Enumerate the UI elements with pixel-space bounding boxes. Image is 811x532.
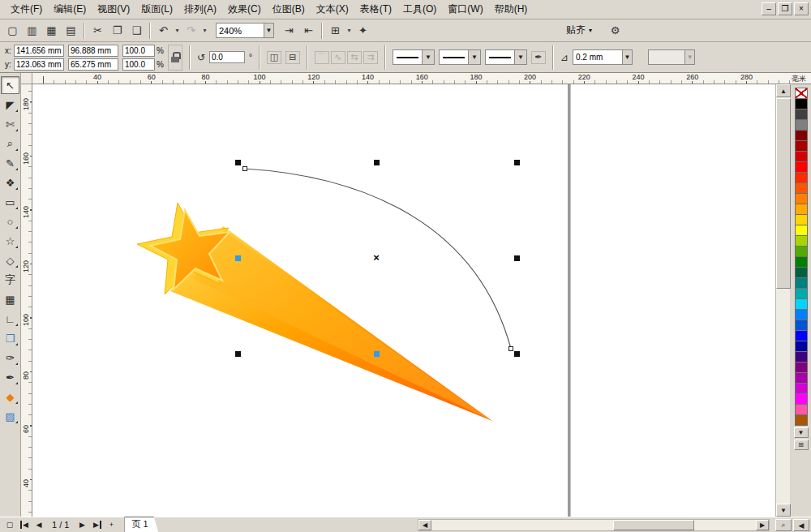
zoom-level-combo[interactable]: ▼ — [216, 23, 274, 38]
color-swatch[interactable] — [795, 320, 808, 331]
crop-tool[interactable]: ✄ — [1, 115, 19, 133]
polygon-tool[interactable]: ☆ — [1, 232, 19, 250]
horizontal-scrollbar[interactable]: ◀ ▶ — [418, 519, 770, 531]
paste-button[interactable]: ❑ — [127, 22, 146, 40]
drawing-canvas[interactable]: × — [32, 84, 775, 517]
outline-style-combo[interactable]: ▼ — [439, 49, 481, 65]
eyedropper-tool[interactable]: ✑ — [1, 349, 19, 367]
lock-ratio-button[interactable] — [168, 45, 182, 71]
x-position-field[interactable] — [14, 45, 64, 57]
color-swatch[interactable] — [795, 193, 808, 204]
color-swatch[interactable] — [795, 235, 808, 247]
open-document-button[interactable]: ▥ — [23, 22, 41, 40]
smart-fill-tool[interactable]: ❖ — [1, 174, 19, 191]
color-swatch[interactable] — [795, 277, 808, 289]
color-swatch[interactable] — [795, 109, 808, 120]
menu-item[interactable]: 窗口(W) — [442, 0, 488, 19]
cut-button[interactable]: ✂ — [88, 22, 107, 40]
rotation-angle-field[interactable] — [209, 51, 245, 63]
convert-to-curve-button[interactable]: ⌒ — [315, 51, 329, 64]
color-swatch[interactable] — [795, 151, 808, 162]
color-swatch[interactable] — [795, 309, 808, 320]
node-handle[interactable] — [235, 255, 241, 261]
mirror-horizontal-button[interactable]: ◫ — [267, 51, 281, 64]
scroll-right-button[interactable]: ▶ — [756, 520, 769, 530]
color-swatch[interactable] — [795, 393, 808, 405]
undo-button[interactable]: ↶ — [154, 22, 173, 40]
zoom-level-input[interactable] — [217, 24, 264, 37]
menu-item[interactable]: 排列(A) — [178, 0, 222, 19]
outline-width-combo[interactable]: ▼ — [573, 49, 633, 65]
color-swatch[interactable] — [795, 288, 808, 299]
outline-width-arrow-icon[interactable]: ▼ — [622, 50, 632, 64]
menu-item[interactable]: 版面(L) — [135, 0, 178, 19]
redo-button[interactable]: ↷ — [182, 22, 200, 40]
color-swatch[interactable] — [795, 351, 808, 363]
interactive-blend-tool[interactable]: ❒ — [1, 329, 19, 347]
ruler-origin-corner[interactable] — [21, 73, 32, 84]
color-swatch[interactable] — [795, 140, 808, 152]
selection-handle[interactable] — [374, 160, 380, 165]
vertical-ruler[interactable]: 180160140120100806040 — [21, 84, 32, 517]
y-position-field[interactable] — [14, 58, 64, 71]
color-swatch[interactable] — [795, 214, 808, 225]
color-swatch[interactable] — [795, 383, 808, 394]
save-document-button[interactable]: ▦ — [42, 22, 61, 40]
scroll-left-button[interactable]: ◀ — [418, 520, 431, 530]
end-arrowhead-arrow-icon[interactable]: ▼ — [514, 50, 526, 64]
outline-width-input[interactable] — [573, 50, 622, 64]
node-handle[interactable] — [374, 351, 380, 357]
color-swatch[interactable] — [795, 204, 808, 215]
shape-tool[interactable]: ◤ — [1, 96, 19, 114]
color-swatch[interactable] — [795, 246, 808, 257]
export-button[interactable]: ⇤ — [299, 22, 318, 40]
previous-page-button[interactable]: ◀ — [32, 519, 45, 531]
mirror-vertical-button[interactable]: ⊟ — [285, 51, 300, 64]
restore-button[interactable]: ❐ — [778, 2, 792, 15]
color-swatch[interactable] — [795, 362, 808, 373]
pick-tool[interactable]: ↖ — [1, 76, 19, 94]
color-swatch[interactable] — [795, 372, 808, 384]
page-tab[interactable]: 页 1 — [124, 517, 158, 532]
add-page-button[interactable]: + — [105, 519, 118, 531]
selection-handle[interactable] — [235, 160, 241, 165]
new-document-button[interactable]: ▢ — [3, 22, 22, 40]
color-swatch[interactable] — [795, 404, 808, 415]
color-swatch[interactable] — [795, 298, 808, 310]
color-swatch[interactable] — [795, 267, 808, 278]
undo-dropdown-icon[interactable]: ▾ — [174, 27, 181, 34]
menu-item[interactable]: 编辑(E) — [48, 0, 92, 19]
first-page-button[interactable]: ◀ — [18, 519, 31, 531]
selection-handle[interactable] — [514, 160, 520, 165]
object-height-field[interactable] — [68, 58, 118, 71]
selection-handle[interactable] — [514, 351, 520, 357]
object-width-field[interactable] — [68, 45, 118, 57]
menu-item[interactable]: 表格(T) — [354, 0, 397, 19]
outline-style-arrow-icon[interactable]: ▼ — [468, 50, 480, 64]
palette-scroll-down-button[interactable]: ▼ — [794, 427, 809, 438]
minimize-button[interactable]: – — [762, 2, 776, 15]
scroll-up-button[interactable]: ▲ — [776, 84, 791, 97]
menu-item[interactable]: 文件(F) — [5, 0, 48, 19]
text-tool[interactable]: 字 — [1, 271, 19, 289]
color-swatch[interactable] — [795, 119, 808, 131]
scale-y-field[interactable] — [122, 58, 155, 71]
close-curve-button[interactable]: ∿ — [331, 51, 345, 64]
zoom-dropdown-arrow-icon[interactable]: ▼ — [264, 24, 273, 37]
color-swatch[interactable] — [795, 330, 808, 341]
menu-item[interactable]: 工具(O) — [397, 0, 442, 19]
color-swatch[interactable] — [795, 172, 808, 183]
redo-dropdown-icon[interactable]: ▾ — [201, 27, 208, 34]
color-swatch[interactable] — [795, 256, 808, 268]
menu-item[interactable]: 视图(V) — [92, 0, 135, 19]
no-color-swatch[interactable] — [795, 88, 808, 99]
extend-curve-button[interactable]: ⇉ — [363, 51, 378, 64]
menu-item[interactable]: 文本(X) — [311, 0, 354, 19]
last-page-button[interactable]: ▶ — [90, 519, 103, 531]
outline-pen-tool[interactable]: ✒ — [1, 368, 19, 386]
table-tool[interactable]: ▦ — [1, 290, 19, 308]
menu-item[interactable]: 效果(C) — [222, 0, 267, 19]
options-button[interactable]: ⚙ — [606, 22, 624, 40]
fill-tool[interactable]: ◆ — [1, 388, 19, 405]
color-swatch[interactable] — [795, 130, 808, 141]
